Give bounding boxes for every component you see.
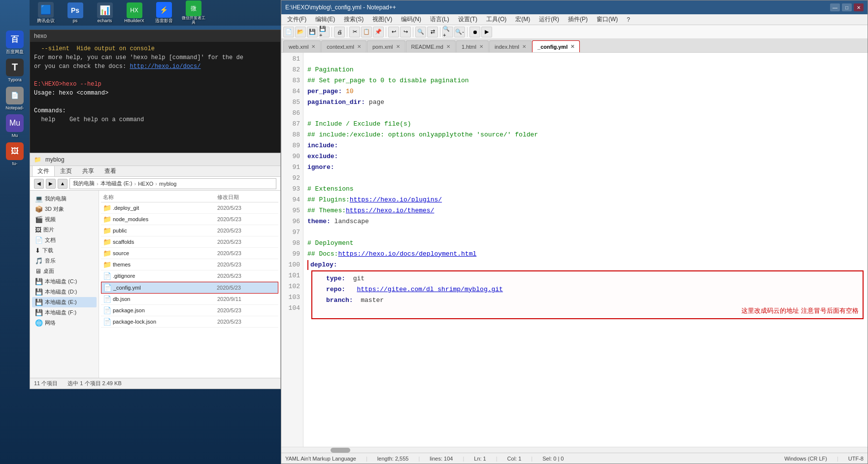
repo-link[interactable]: https://gitee.com/dl_shrimp/myblog.git bbox=[357, 286, 502, 293]
menu-window[interactable]: 窗口(W) bbox=[593, 14, 622, 25]
tab-close-pom-xml[interactable]: ✕ bbox=[396, 44, 400, 49]
tab-1-html[interactable]: 1.html ✕ bbox=[456, 40, 489, 52]
tb-copy[interactable]: 📋 bbox=[361, 27, 372, 37]
nav-up-button[interactable]: ▲ bbox=[58, 179, 67, 189]
close-button[interactable]: ✕ bbox=[854, 3, 864, 11]
tab-close-readme[interactable]: ✕ bbox=[446, 44, 450, 49]
sidebar-item-downloads[interactable]: ⬇ 下载 bbox=[32, 245, 97, 256]
file-item-package-json[interactable]: 📄 package.json 2020/5/23 bbox=[101, 305, 278, 316]
menu-language[interactable]: 语言(L) bbox=[426, 14, 453, 25]
tab-close-web-xml[interactable]: ✕ bbox=[311, 44, 315, 49]
tab-view[interactable]: 查看 bbox=[100, 166, 121, 176]
docs-link[interactable]: https://hexo.io/docs/deployment.html bbox=[338, 249, 476, 260]
tab-close-1-html[interactable]: ✕ bbox=[479, 44, 483, 49]
taskbar-app-echarts[interactable]: 📊 echarts bbox=[91, 1, 118, 24]
desktop-icon-baidu[interactable]: 百 百度网盘 bbox=[1, 31, 29, 55]
tb-print[interactable]: 🖨 bbox=[334, 27, 345, 37]
tab-close-index-html[interactable]: ✕ bbox=[522, 44, 526, 49]
menu-plugins[interactable]: 插件(P) bbox=[564, 14, 592, 25]
sidebar-item-desktop[interactable]: 🖥 桌面 bbox=[32, 266, 97, 276]
terminal-docs-link[interactable]: http://hexo.io/docs/ bbox=[130, 63, 200, 70]
file-item-node-modules[interactable]: 📁 node_modules 2020/5/23 bbox=[101, 214, 278, 225]
themes-link[interactable]: https://hexo.io/themes/ bbox=[346, 206, 434, 216]
tab-context-xml[interactable]: context.xml ✕ bbox=[321, 40, 367, 52]
tb-zoom-in[interactable]: 🔍+ bbox=[442, 27, 453, 37]
menu-file[interactable]: 文件(F) bbox=[283, 14, 310, 25]
tab-close-config-yml[interactable]: ✕ bbox=[570, 44, 574, 49]
taskbar-app-xunlei[interactable]: ⚡ 迅雷影音 bbox=[150, 1, 177, 25]
file-item-scaffolds[interactable]: 📁 scaffolds 2020/5/23 bbox=[101, 236, 278, 248]
menu-macro[interactable]: 宏(M) bbox=[511, 14, 534, 25]
desktop-icon-notepad[interactable]: 📄 Notepad- bbox=[1, 87, 29, 111]
file-item-themes[interactable]: 📁 themes 2020/5/23 bbox=[101, 259, 278, 270]
sidebar-item-drive-c[interactable]: 💾 本地磁盘 (C:) bbox=[32, 276, 97, 287]
minimize-button[interactable]: — bbox=[830, 3, 840, 11]
tb-find[interactable]: 🔍 bbox=[415, 27, 426, 37]
sidebar-item-video[interactable]: 🎬 视频 bbox=[32, 214, 97, 225]
menu-help[interactable]: ? bbox=[623, 15, 634, 24]
file-item-public[interactable]: 📁 public 2020/5/23 bbox=[101, 225, 278, 236]
tab-share[interactable]: 共享 bbox=[77, 166, 99, 176]
file-item-source[interactable]: 📁 source 2020/5/23 bbox=[101, 248, 278, 259]
tb-paste[interactable]: 📌 bbox=[373, 27, 384, 37]
desktop-icon-mu[interactable]: Mu Mu bbox=[1, 114, 29, 138]
file-item-package-lock-json[interactable]: 📄 package-lock.json 2020/5/23 bbox=[101, 316, 278, 328]
file-item-db-json[interactable]: 📄 db.json 2020/9/11 bbox=[101, 294, 278, 305]
sidebar-item-drive-e[interactable]: 💾 本地磁盘 (E:) bbox=[32, 297, 97, 307]
tb-macro[interactable]: ⏺ bbox=[469, 27, 480, 37]
code-editor[interactable]: # Pagination ## Set per_page to 0 to dis… bbox=[303, 53, 868, 447]
tab-config-yml[interactable]: _config.yml ✕ bbox=[532, 40, 580, 52]
tb-undo[interactable]: ↩ bbox=[388, 27, 399, 37]
tb-macro-play[interactable]: ▶ bbox=[481, 27, 492, 37]
code-line-95: ## Themes: https://hexo.io/themes/ bbox=[307, 205, 864, 216]
desktop-icon-typora[interactable]: T Typora bbox=[1, 59, 29, 83]
file-item-gitignore[interactable]: 📄 .gitignore 2020/5/23 bbox=[101, 270, 278, 282]
taskbar-app-ps[interactable]: Ps ps bbox=[62, 1, 89, 24]
taskbar-app-hbuilderx[interactable]: HX HBuilderX bbox=[121, 1, 148, 24]
editor-hscrollbar[interactable] bbox=[281, 447, 868, 453]
tab-pom-xml[interactable]: pom.xml ✕ bbox=[367, 40, 405, 52]
menu-tools[interactable]: 工具(O) bbox=[482, 14, 510, 25]
taskbar-app-tencent-meeting[interactable]: 🟦 腾讯会议 bbox=[32, 1, 59, 25]
file-item-deploy-git[interactable]: 📁 .deploy_git 2020/5/23 bbox=[101, 202, 278, 214]
tab-close-context-xml[interactable]: ✕ bbox=[357, 44, 361, 49]
tab-readme-md[interactable]: README.md ✕ bbox=[406, 40, 456, 52]
sidebar-item-mypc[interactable]: 💻 我的电脑 bbox=[32, 194, 97, 204]
tab-index-html[interactable]: index.html ✕ bbox=[489, 40, 532, 52]
taskbar-app-wechat-dev[interactable]: 微 微信开发者工具 bbox=[180, 0, 207, 26]
sidebar-item-docs[interactable]: 📄 文档 bbox=[32, 235, 97, 245]
menu-settings[interactable]: 设置(T) bbox=[454, 14, 481, 25]
tb-redo[interactable]: ↪ bbox=[400, 27, 411, 37]
tab-web-xml[interactable]: web.xml ✕ bbox=[283, 40, 321, 52]
explorer-window: 📁 myblog 文件 主页 共享 查看 ◀ ▶ ▲ 我的电脑 › 本地磁盘 (… bbox=[30, 153, 281, 389]
sidebar-item-music[interactable]: 🎵 音乐 bbox=[32, 256, 97, 266]
sidebar-item-drive-d[interactable]: 💾 本地磁盘 (D:) bbox=[32, 287, 97, 297]
tab-file[interactable]: 文件 bbox=[32, 166, 55, 176]
tb-cut[interactable]: ✂ bbox=[349, 27, 360, 37]
menu-search[interactable]: 搜索(S) bbox=[340, 14, 367, 25]
nav-back-button[interactable]: ◀ bbox=[34, 179, 44, 189]
menu-encoding[interactable]: 编码(N) bbox=[397, 14, 425, 25]
address-path[interactable]: 我的电脑 › 本地磁盘 (E:) › HEXO › myblog bbox=[69, 178, 276, 189]
tb-new[interactable]: 📄 bbox=[283, 27, 294, 37]
tb-save[interactable]: 💾 bbox=[307, 27, 318, 37]
tb-replace[interactable]: ⇄ bbox=[427, 27, 438, 37]
menu-edit[interactable]: 编辑(E) bbox=[311, 14, 339, 25]
tab-home[interactable]: 主页 bbox=[55, 166, 77, 176]
nav-forward-button[interactable]: ▶ bbox=[46, 179, 56, 189]
sidebar-item-network[interactable]: 🌐 网络 bbox=[32, 318, 97, 328]
plugins-link[interactable]: https://hexo.io/plugins/ bbox=[350, 195, 442, 205]
menu-view[interactable]: 视图(V) bbox=[368, 14, 396, 25]
status-separator-6: | bbox=[837, 456, 838, 462]
tencent-meeting-icon: 🟦 bbox=[38, 2, 54, 18]
maximize-button[interactable]: □ bbox=[842, 3, 852, 11]
menu-run[interactable]: 运行(R) bbox=[535, 14, 563, 25]
desktop-icon-tu[interactable]: 🖼 tu- bbox=[1, 142, 29, 166]
sidebar-item-3d[interactable]: 📦 3D 对象 bbox=[32, 204, 97, 214]
tb-zoom-out[interactable]: 🔍- bbox=[454, 27, 465, 37]
tb-open[interactable]: 📂 bbox=[295, 27, 306, 37]
file-item-config-yml[interactable]: 📄 _config.yml 2020/5/23 bbox=[101, 282, 278, 294]
tb-save-all[interactable]: 💾+ bbox=[319, 27, 330, 37]
sidebar-item-images[interactable]: 🖼 图片 bbox=[32, 225, 97, 235]
sidebar-item-drive-f[interactable]: 💾 本地磁盘 (F:) bbox=[32, 307, 97, 318]
